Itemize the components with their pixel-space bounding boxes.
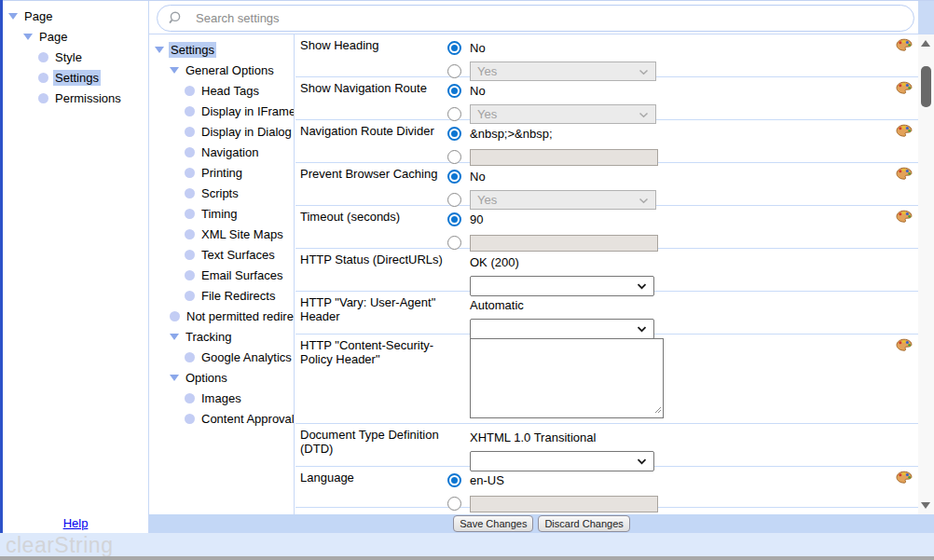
- bullet-icon: [185, 291, 195, 301]
- style-palette-icon[interactable]: [896, 210, 913, 248]
- search-input[interactable]: Search settings: [157, 5, 914, 32]
- tree-item-images[interactable]: Images: [149, 388, 294, 408]
- help-link[interactable]: Help: [3, 516, 148, 530]
- radio-current-value[interactable]: [447, 127, 461, 141]
- expander-down-icon[interactable]: [155, 47, 164, 53]
- setting-label: Show Heading: [295, 38, 447, 76]
- tree-item-text-surfaces[interactable]: Text Surfaces: [149, 244, 294, 265]
- setting-row-prevent-browser-caching: Prevent Browser CachingNoYes: [295, 163, 918, 206]
- tree-item-timing[interactable]: Timing: [149, 203, 294, 224]
- expander-down-icon[interactable]: [8, 13, 18, 20]
- save-changes-button[interactable]: Save Changes: [453, 515, 533, 532]
- setting-control: XHTML 1.0 Transitional: [447, 428, 654, 466]
- tree-item-settings[interactable]: Settings: [149, 39, 294, 60]
- search-bar-area: Search settings: [149, 1, 918, 34]
- tree-item-printing[interactable]: Printing: [149, 162, 294, 183]
- tree-item-page[interactable]: Page: [3, 26, 148, 47]
- radio-custom-value[interactable]: [447, 64, 461, 78]
- radio-custom-value[interactable]: [447, 150, 461, 164]
- bullet-icon: [185, 250, 195, 260]
- custom-value-input[interactable]: [470, 496, 658, 512]
- tree-item-content-approval[interactable]: Content Approval: [149, 408, 294, 429]
- tree-item-page[interactable]: Page: [3, 6, 148, 26]
- setting-control: NoYes: [447, 167, 656, 205]
- tree-item-general-options[interactable]: General Options: [149, 60, 294, 80]
- setting-label: HTTP "Content-Security-Policy Header": [295, 338, 447, 423]
- radio-current-value[interactable]: [447, 473, 461, 487]
- tree-item-label: Settings: [169, 42, 216, 58]
- custom-value-input[interactable]: [470, 149, 658, 166]
- scrollbar-thumb[interactable]: [921, 66, 931, 107]
- value-textarea[interactable]: [470, 338, 664, 418]
- bullet-icon: [185, 147, 195, 157]
- tree-item-display-in-iframe[interactable]: Display in IFrame: [149, 101, 294, 121]
- expander-down-icon[interactable]: [23, 34, 33, 40]
- tree-item-label: Timing: [199, 206, 240, 222]
- tree-item-scripts[interactable]: Scripts: [149, 183, 294, 203]
- bullet-icon: [185, 86, 195, 96]
- setting-control: en-US: [447, 471, 658, 507]
- tree-item-email-surfaces[interactable]: Email Surfaces: [149, 265, 294, 285]
- discard-changes-button[interactable]: Discard Changes: [538, 515, 629, 532]
- tree-item-xml-site-maps[interactable]: XML Site Maps: [149, 224, 294, 244]
- settings-rows: Show HeadingNoYesShow Navigation RouteNo…: [295, 34, 918, 508]
- tree-item-tracking[interactable]: Tracking: [149, 326, 294, 347]
- tree-item-navigation[interactable]: Navigation: [149, 142, 294, 162]
- radio-custom-value[interactable]: [447, 107, 461, 121]
- vertical-scrollbar[interactable]: [918, 34, 934, 514]
- value-select[interactable]: [470, 451, 654, 471]
- scroll-up-icon[interactable]: [921, 40, 930, 47]
- tree-item-label: Not permitted redirection: [185, 308, 295, 324]
- style-palette-icon[interactable]: [896, 167, 913, 205]
- tree-item-head-tags[interactable]: Head Tags: [149, 80, 294, 101]
- chevron-down-icon: [637, 321, 647, 335]
- tree-item-settings[interactable]: Settings: [3, 67, 148, 88]
- expander-down-icon[interactable]: [170, 375, 179, 381]
- settings-tree-panel: SettingsGeneral OptionsHead TagsDisplay …: [149, 34, 295, 514]
- tree-item-label: General Options: [184, 62, 276, 78]
- radio-custom-value[interactable]: [447, 497, 461, 511]
- window-bottom-edge: [0, 556, 934, 560]
- value-select[interactable]: [470, 276, 654, 296]
- style-palette-icon[interactable]: [896, 338, 913, 423]
- style-palette-icon[interactable]: [896, 124, 913, 162]
- tree-item-file-redirects[interactable]: File Redirects: [149, 285, 294, 306]
- tree-item-not-permitted-redirection[interactable]: Not permitted redirection: [149, 306, 294, 326]
- value-select[interactable]: [470, 319, 654, 339]
- radio-current-value[interactable]: [447, 84, 461, 98]
- expander-down-icon[interactable]: [170, 67, 179, 74]
- tree-item-label: Head Tags: [199, 83, 261, 99]
- custom-value-input[interactable]: [470, 235, 658, 252]
- tree-item-label: Style: [53, 49, 84, 65]
- tree-item-label: Text Surfaces: [199, 247, 277, 263]
- resize-grip-icon[interactable]: [653, 403, 662, 417]
- scroll-down-icon[interactable]: [921, 502, 930, 509]
- disabled-select-value: Yes: [477, 107, 497, 121]
- chevron-down-icon: [637, 279, 647, 293]
- expander-down-icon[interactable]: [170, 334, 179, 340]
- tree-item-options[interactable]: Options: [149, 367, 294, 388]
- setting-row-http-status-directurls: HTTP Status (DirectURLs)OK (200): [295, 249, 918, 292]
- style-palette-icon[interactable]: [896, 81, 913, 119]
- tree-item-display-in-dialog[interactable]: Display in Dialog: [149, 121, 294, 142]
- radio-custom-value[interactable]: [447, 193, 461, 207]
- bullet-icon: [38, 52, 48, 62]
- setting-control: NoYes: [447, 81, 656, 119]
- bullet-icon: [185, 352, 195, 362]
- disabled-select-value: Yes: [477, 193, 497, 207]
- action-button-bar: Save Changes Discard Changes: [149, 514, 934, 533]
- tree-item-label: Printing: [199, 165, 244, 181]
- setting-label: HTTP Status (DirectURLs): [295, 253, 447, 291]
- radio-current-value[interactable]: [447, 212, 461, 226]
- tree-item-permissions[interactable]: Permissions: [3, 88, 148, 108]
- style-palette-icon[interactable]: [896, 38, 913, 76]
- style-palette-icon[interactable]: [896, 471, 913, 507]
- radio-custom-value[interactable]: [447, 236, 461, 250]
- disabled-select: Yes: [470, 61, 656, 81]
- radio-current-value[interactable]: [447, 41, 461, 55]
- tree-item-google-analytics[interactable]: Google Analytics: [149, 347, 294, 367]
- radio-current-value[interactable]: [447, 170, 461, 184]
- setting-control: &nbsp;>&nbsp;: [447, 124, 658, 162]
- tree-item-style[interactable]: Style: [3, 47, 148, 67]
- current-value-text: 90: [470, 212, 483, 226]
